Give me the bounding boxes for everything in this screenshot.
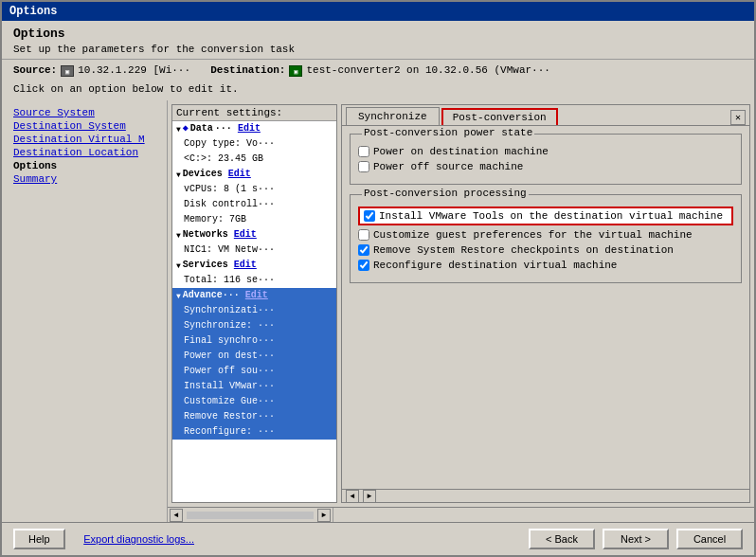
tab-content: Post-conversion power state Power on des… — [342, 126, 749, 489]
power-state-fieldset: Post-conversion power state Power on des… — [350, 134, 742, 185]
power-state-content: Power on destination machine Power off s… — [358, 146, 733, 172]
nav-summary[interactable]: Summary — [2, 172, 167, 186]
remove-restore-label: Remove System Restore checkpoints on des… — [373, 244, 674, 256]
devices-section: ▼ Devices Edit — [172, 167, 336, 182]
processing-legend: Post-conversion processing — [362, 188, 529, 199]
subtitle-area: Options Set up the parameters for the co… — [2, 21, 754, 60]
power-on-dest: Power on dest··· — [172, 349, 336, 364]
services-edit-link[interactable]: Edit — [234, 259, 257, 272]
dest-vm-icon: ▣ — [289, 65, 302, 77]
title-bar: Options — [2, 2, 754, 21]
data-icon: ◆ — [183, 122, 189, 135]
remove-restore-row: Remove System Restore checkpoints on des… — [358, 244, 733, 256]
tabs-bar: Synchronize Post-conversion ✕ — [342, 105, 749, 126]
disk-c: <C:>: 23.45 GB — [172, 152, 336, 167]
advanced-label: Advance··· — [183, 289, 240, 302]
reconfigure-label: Reconfigure destination virtual machine — [373, 260, 617, 271]
scroll-right-arrow[interactable]: ► — [363, 490, 376, 503]
install-vmware-label: Install VMware Tools on the destination … — [379, 210, 723, 222]
left-scroll-track[interactable] — [187, 512, 314, 519]
customize-guest: Customize Gue··· — [172, 394, 336, 409]
page-description: Set up the parameters for the conversion… — [13, 44, 743, 55]
nav-options: Options — [2, 159, 68, 172]
power-on-label: Power on destination machine — [373, 146, 549, 157]
power-state-legend: Post-conversion power state — [362, 127, 534, 138]
vcpus: vCPUs: 8 (1 s··· — [172, 182, 336, 197]
install-vmware-checkbox[interactable] — [364, 210, 375, 222]
power-on-checkbox[interactable] — [358, 146, 369, 157]
help-button[interactable]: Help — [13, 529, 65, 549]
cancel-button[interactable]: Cancel — [676, 529, 743, 549]
devices-edit-link[interactable]: Edit — [228, 168, 251, 181]
advanced-section: ▼ Advance··· Edit — [172, 288, 336, 303]
back-button[interactable]: < Back — [529, 529, 595, 549]
power-off-checkbox[interactable] — [358, 161, 369, 172]
close-button[interactable]: ✕ — [730, 110, 746, 125]
memory: Memory: 7GB — [172, 212, 336, 227]
main-panel: Current settings: ▼ ◆ Data ··· Edit Copy… — [168, 100, 754, 522]
tab-synchronize[interactable]: Synchronize — [346, 107, 440, 125]
settings-header: Current settings: — [172, 105, 336, 121]
nav-destination-virtual[interactable]: Destination Virtual M — [2, 133, 167, 146]
power-off-src: Power off sou··· — [172, 364, 336, 379]
reconfigure-checkbox[interactable] — [358, 260, 369, 271]
scroll-left: ◄ ► — [346, 490, 376, 503]
install-vmware: Install VMwar··· — [172, 379, 336, 394]
power-on-row: Power on destination machine — [358, 146, 733, 157]
data-dots: ··· — [215, 122, 232, 135]
processing-content: Install VMware Tools on the destination … — [358, 207, 733, 271]
devices-label: Devices — [183, 168, 223, 181]
left-scroll-left[interactable]: ◄ — [170, 509, 183, 522]
right-panel: Synchronize Post-conversion ✕ Post-conve… — [341, 104, 750, 503]
advanced-edit-link[interactable]: Edit — [245, 289, 268, 302]
customize-guest-label: Customize guest preferences for the virt… — [373, 229, 693, 241]
networks-edit-link[interactable]: Edit — [234, 228, 257, 242]
power-off-label: Power off source machine — [373, 161, 523, 172]
tab-post-conversion[interactable]: Post-conversion — [441, 108, 558, 125]
info-header: Source: ▣ 10.32.1.229 [Wi··· Destination… — [2, 60, 754, 100]
networks-section: ▼ Networks Edit — [172, 227, 336, 243]
left-scroll-area: ◄ ► — [168, 508, 333, 522]
remove-restore: Remove Restor··· — [172, 409, 336, 424]
customize-guest-row: Customize guest preferences for the virt… — [358, 229, 733, 241]
networks-label: Networks — [183, 228, 228, 242]
click-hint: Click on an option below to edit it. — [13, 81, 743, 99]
scroll-left-arrow[interactable]: ◄ — [346, 490, 359, 503]
services-triangle: ▼ — [176, 261, 181, 271]
advanced-triangle: ▼ — [176, 291, 181, 301]
source-value: 10.32.1.229 [Wi··· — [78, 63, 190, 80]
services-section: ▼ Services Edit — [172, 258, 336, 273]
right-scrollbar: ◄ ► — [342, 489, 749, 502]
source-server-icon: ▣ — [61, 65, 74, 77]
reconfigure: Reconfigure: ··· — [172, 424, 336, 440]
dest-value: test-converter2 on 10.32.0.56 (VMwar··· — [306, 63, 549, 80]
install-vmware-row: Install VMware Tools on the destination … — [358, 207, 733, 225]
left-nav: Source System Destination System Destina… — [2, 100, 168, 522]
remove-restore-checkbox[interactable] — [358, 244, 369, 256]
sync-item: Synchronizati··· — [172, 303, 336, 318]
left-scroll-right[interactable]: ► — [317, 509, 331, 522]
services-label: Services — [183, 259, 228, 272]
page-title: Options — [13, 27, 743, 41]
disk-ctrl: Disk controll··· — [172, 197, 336, 212]
current-settings-panel: Current settings: ▼ ◆ Data ··· Edit Copy… — [171, 104, 337, 503]
nav-source-system[interactable]: Source System — [2, 106, 167, 119]
nic1: NIC1: VM Netw··· — [172, 243, 336, 258]
data-section: ▼ ◆ Data ··· Edit — [172, 121, 336, 136]
bottom-bar: Help Export diagnostic logs... < Back Ne… — [2, 522, 754, 555]
data-edit-link[interactable]: Edit — [238, 122, 261, 135]
data-triangle: ▼ — [176, 124, 181, 135]
power-off-row: Power off source machine — [358, 161, 733, 172]
settings-row: Current settings: ▼ ◆ Data ··· Edit Copy… — [168, 100, 754, 507]
processing-fieldset: Post-conversion processing Install VMwar… — [350, 194, 742, 283]
sync2-item: Synchronize: ··· — [172, 318, 336, 333]
nav-destination-location[interactable]: Destination Location — [2, 146, 167, 159]
reconfigure-row: Reconfigure destination virtual machine — [358, 260, 733, 271]
source-label: Source: — [13, 63, 57, 80]
next-button[interactable]: Next > — [603, 529, 669, 549]
right-scroll-bottom — [333, 508, 754, 522]
export-button[interactable]: Export diagnostic logs... — [73, 533, 206, 545]
networks-triangle: ▼ — [176, 230, 181, 241]
customize-guest-checkbox[interactable] — [358, 229, 369, 241]
nav-destination-system[interactable]: Destination System — [2, 119, 167, 133]
